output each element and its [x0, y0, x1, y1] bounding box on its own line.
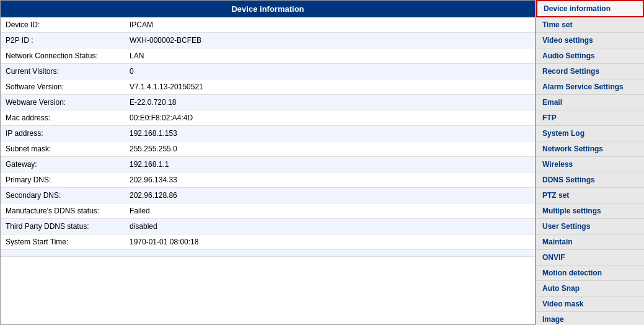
row-label: Webware Version: [1, 95, 125, 110]
row-value: IPCAM [125, 17, 535, 33]
sidebar-item-wireless[interactable]: Wireless [536, 157, 644, 172]
sidebar-item-ftp[interactable]: FTP [536, 110, 644, 126]
sidebar-item-motion-detection[interactable]: Motion detection [536, 265, 644, 281]
table-row: Device ID:IPCAM [1, 17, 535, 33]
sidebar-item-maintain[interactable]: Maintain [536, 234, 644, 250]
row-value: 202.96.134.33 [125, 172, 535, 188]
row-value: 202.96.128.86 [125, 188, 535, 203]
row-value: 192.168.1.153 [125, 126, 535, 141]
table-row [1, 250, 535, 257]
row-label: Gateway: [1, 157, 125, 172]
sidebar-item-audio-settings[interactable]: Audio Settings [536, 48, 644, 64]
table-row: Secondary DNS:202.96.128.86 [1, 188, 535, 203]
row-label: Device ID: [1, 17, 125, 33]
sidebar-item-auto-snap[interactable]: Auto Snap [536, 281, 644, 296]
table-row: Third Party DDNS status:disabled [1, 219, 535, 234]
table-row: System Start Time:1970-01-01 08:00:18 [1, 234, 535, 250]
sidebar-item-onvif[interactable]: ONVIF [536, 250, 644, 265]
row-label: Software Version: [1, 79, 125, 95]
table-row: Gateway:192.168.1.1 [1, 157, 535, 172]
table-row: Webware Version:E-22.0.720.18 [1, 95, 535, 110]
sidebar-item-multiple-settings[interactable]: Multiple settings [536, 203, 644, 219]
table-title: Device information [1, 1, 535, 17]
sidebar-item-alarm-service-settings[interactable]: Alarm Service Settings [536, 79, 644, 95]
row-label: Subnet mask: [1, 141, 125, 157]
table-row: Manufacture's DDNS status:Failed [1, 203, 535, 219]
sidebar-item-video-settings[interactable]: Video settings [536, 33, 644, 48]
table-row: Network Connection Status:LAN [1, 48, 535, 64]
table-row: Subnet mask:255.255.255.0 [1, 141, 535, 157]
table-row: P2P ID :WXH-000002-BCFEB [1, 33, 535, 48]
row-value: V7.1.4.1.13-20150521 [125, 79, 535, 95]
row-value: 0 [125, 64, 535, 79]
row-label: Manufacture's DDNS status: [1, 203, 125, 219]
sidebar: Device informationTime setVideo settings… [536, 0, 644, 325]
sidebar-item-image[interactable]: Image [536, 312, 644, 325]
table-row: Primary DNS:202.96.134.33 [1, 172, 535, 188]
row-label: Secondary DNS: [1, 188, 125, 203]
sidebar-item-system-log[interactable]: System Log [536, 126, 644, 141]
row-label: System Start Time: [1, 234, 125, 250]
sidebar-item-ddns-settings[interactable]: DDNS Settings [536, 172, 644, 188]
row-value: WXH-000002-BCFEB [125, 33, 535, 48]
row-label: IP address: [1, 126, 125, 141]
row-value: Failed [125, 203, 535, 219]
main-panel: Device information Device ID:IPCAMP2P ID… [0, 0, 536, 325]
sidebar-item-ptz-set[interactable]: PTZ set [536, 188, 644, 203]
sidebar-item-network-settings[interactable]: Network Settings [536, 141, 644, 157]
table-row: IP address:192.168.1.153 [1, 126, 535, 141]
row-label: Mac address: [1, 110, 125, 126]
row-value: 192.168.1.1 [125, 157, 535, 172]
sidebar-item-record-settings[interactable]: Record Settings [536, 64, 644, 79]
row-value: disabled [125, 219, 535, 234]
sidebar-item-time-set[interactable]: Time set [536, 17, 644, 33]
row-value: 1970-01-01 08:00:18 [125, 234, 535, 250]
row-value: 255.255.255.0 [125, 141, 535, 157]
row-value: 00:E0:F8:02:A4:4D [125, 110, 535, 126]
row-label: Primary DNS: [1, 172, 125, 188]
row-label: Third Party DDNS status: [1, 219, 125, 234]
device-info-table: Device ID:IPCAMP2P ID :WXH-000002-BCFEBN… [1, 17, 535, 257]
table-row: Current Visitors:0 [1, 64, 535, 79]
row-value: LAN [125, 48, 535, 64]
table-row: Mac address:00:E0:F8:02:A4:4D [1, 110, 535, 126]
sidebar-item-email[interactable]: Email [536, 95, 644, 110]
sidebar-item-video-mask[interactable]: Video mask [536, 296, 644, 312]
table-row: Software Version:V7.1.4.1.13-20150521 [1, 79, 535, 95]
row-value: E-22.0.720.18 [125, 95, 535, 110]
row-label: P2P ID : [1, 33, 125, 48]
sidebar-item-user-settings[interactable]: User Settings [536, 219, 644, 234]
row-label: Network Connection Status: [1, 48, 125, 64]
sidebar-item-device-information[interactable]: Device information [536, 0, 644, 17]
row-label: Current Visitors: [1, 64, 125, 79]
